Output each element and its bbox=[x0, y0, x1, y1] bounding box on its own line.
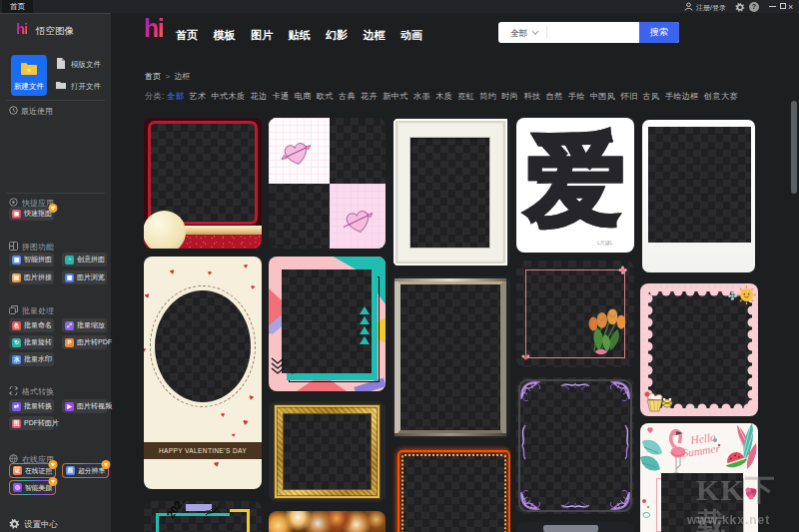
svg-text:Summer: Summer bbox=[682, 442, 722, 459]
